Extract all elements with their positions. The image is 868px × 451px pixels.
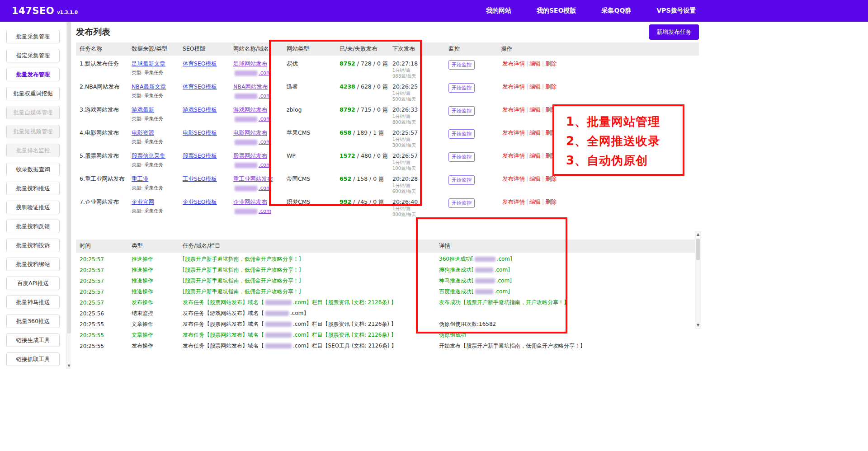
publish-detail-link[interactable]: 发布详情 [502,106,525,113]
sidebar-item[interactable]: 批量搜狗推送 [6,182,60,195]
edit-link[interactable]: 编辑 [529,60,541,67]
column-header: SEO模版 [179,42,230,56]
sidebar-item[interactable]: 批量采集管理 [6,30,60,43]
source-link[interactable]: 重工业 [132,175,149,182]
redacted-blur [265,343,292,348]
sidebar-item[interactable]: 批量搜狗投诉 [6,239,60,252]
source-link[interactable]: 股票信息采集 [132,152,165,159]
delete-link[interactable]: 删除 [545,198,557,205]
edit-link[interactable]: 编辑 [529,198,541,205]
start-monitor-button[interactable]: 开始监控 [448,129,475,139]
log-task: [股票开户新手避坑指南，低佣金开户攻略分享！] [179,263,435,274]
redacted-blur [235,209,257,214]
topnav-item[interactable]: 我的SEO模版 [537,7,576,15]
publish-detail-link[interactable]: 发布详情 [502,198,525,205]
sidebar-item[interactable]: 批量搜狗反馈 [6,220,60,233]
scroll-down-arrow-icon[interactable]: ▼ [695,323,701,327]
template-link[interactable]: 体育SEO模板 [183,60,217,67]
sidebar-item[interactable]: 链接抓取工具 [6,352,60,366]
topnav-item[interactable]: 采集QQ群 [602,7,632,15]
task-name: 7.企业网站发布 [76,194,128,217]
site-link[interactable]: 游戏网站发布 [233,106,267,113]
publish-rate: 1分钟/篇 [392,68,441,73]
edit-link[interactable]: 编辑 [529,106,541,113]
source-type: 类型: 采集任务 [132,139,175,145]
delete-link[interactable]: 删除 [545,83,557,90]
site-link[interactable]: 企业网站发布 [233,198,267,205]
start-monitor-button[interactable]: 开始监控 [448,83,475,93]
site-link[interactable]: 足球网站发布 [233,60,267,67]
template-link[interactable]: 游戏SEO模板 [183,106,217,113]
sidebar-item[interactable]: 批量360推送 [6,315,60,328]
template-link[interactable]: 企业SEO模板 [183,198,217,205]
source-link[interactable]: NBA最新文章 [132,83,166,90]
site-link[interactable]: 电影网站发布 [233,129,267,136]
template-link[interactable]: 股票SEO模板 [183,152,217,159]
source-link[interactable]: 企业官网 [132,198,154,205]
edit-link[interactable]: 编辑 [529,152,541,159]
publish-counts: 4238 / 628 / 0 篇 [336,79,389,102]
publish-rate: 1分钟/篇 [392,91,441,96]
monitor-cell: 开始监控 [445,56,497,79]
sidebar-item[interactable]: 批量神马推送 [6,296,60,309]
source-link[interactable]: 电影资源 [132,129,154,136]
log-table-header: 时间类型任务/域名/栏目详情 [76,240,699,253]
site-link[interactable]: 重工业网站发布 [233,175,273,182]
edit-link[interactable]: 编辑 [529,129,541,136]
site-link[interactable]: 股票网站发布 [233,152,267,159]
redacted-blur [475,289,493,294]
sidebar-item[interactable]: 搜狗验证推送 [6,201,60,214]
log-row: 20:25:57推送操作[股票开户新手避坑指南，低佣金开户攻略分享！]搜狗推送成… [76,263,699,274]
scroll-down-arrow-icon[interactable]: ▼ [66,364,71,368]
site-link[interactable]: NBA网站发布 [233,83,268,90]
next-publish: 20:25:571分钟/篇300篇/每天 [389,125,445,148]
edit-link[interactable]: 编辑 [529,175,541,182]
template-link[interactable]: 工业SEO模板 [183,175,217,182]
delete-link[interactable]: 删除 [545,60,557,67]
action-separator: | [542,84,544,90]
site-cell: 重工业网站发布.com [230,171,283,194]
source-cell: NBA最新文章类型: 采集任务 [128,79,179,102]
log-time: 20:25:55 [76,318,128,329]
log-scrollbar[interactable]: ▲ ▼ [695,231,701,329]
site-cell: NBA网站发布.com [230,79,283,102]
topnav-item[interactable]: 我的网站 [486,7,511,15]
task-name: 3.游戏网站发布 [76,102,128,125]
publish-detail-link[interactable]: 发布详情 [502,60,525,67]
start-monitor-button[interactable]: 开始监控 [448,60,475,70]
delete-link[interactable]: 删除 [545,175,557,182]
sidebar-item[interactable]: 批量搜狗绑站 [6,258,60,271]
source-link[interactable]: 游戏最新 [132,106,154,113]
start-monitor-button[interactable]: 开始监控 [448,106,475,116]
action-separator: | [526,199,528,205]
next-publish: 20:27:181分钟/篇988篇/每天 [389,56,445,79]
publish-detail-link[interactable]: 发布详情 [502,129,525,136]
sidebar-scrollbar-thumb[interactable] [67,22,71,334]
edit-link[interactable]: 编辑 [529,83,541,90]
template-link[interactable]: 体育SEO模板 [183,83,217,90]
column-header: 操作 [497,42,699,56]
publish-detail-link[interactable]: 发布详情 [502,175,525,182]
sidebar-scrollbar[interactable]: ▼ [66,22,71,369]
sidebar-item[interactable]: 批量权重词挖掘 [6,87,60,100]
log-row: 20:25:55文章操作发布任务【股票网站发布】域名【.com】栏目【股票资讯 … [76,318,699,329]
sidebar-item[interactable]: 批量发布管理 [6,68,60,81]
sidebar-item[interactable]: 指定采集管理 [6,49,60,62]
column-header: 时间 [76,240,128,253]
sidebar-item[interactable]: 收录数据查询 [6,163,60,176]
template-link[interactable]: 电影SEO模板 [183,129,217,136]
scroll-up-arrow-icon[interactable]: ▲ [695,232,701,236]
topnav-item[interactable]: VPS拨号设置 [656,7,696,15]
publish-detail-link[interactable]: 发布详情 [502,152,525,159]
publish-detail-link[interactable]: 发布详情 [502,83,525,90]
start-monitor-button[interactable]: 开始监控 [448,198,475,208]
start-monitor-button[interactable]: 开始监控 [448,152,475,162]
log-detail: 神马推送成功[.com] [435,274,699,285]
start-monitor-button[interactable]: 开始监控 [448,175,475,185]
new-task-button[interactable]: 新增发布任务 [649,24,699,40]
sidebar-item[interactable]: 百度API推送 [6,277,60,290]
log-scrollbar-thumb[interactable] [696,239,700,260]
action-separator: | [542,199,544,205]
source-link[interactable]: 足球最新文章 [132,60,165,67]
sidebar-item[interactable]: 链接生成工具 [6,334,60,347]
